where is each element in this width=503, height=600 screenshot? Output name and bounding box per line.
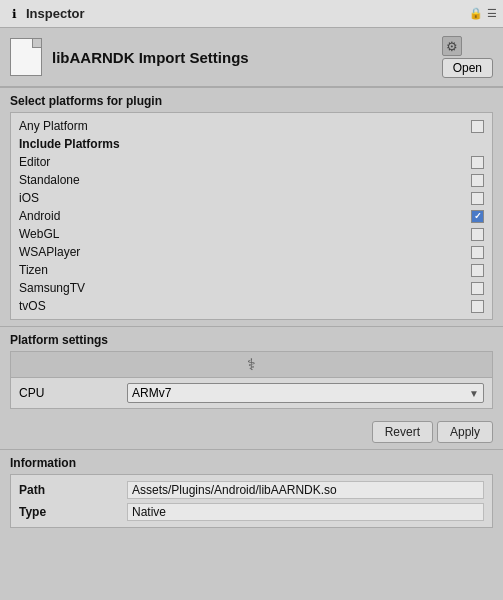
platform-row: Editor: [19, 153, 484, 171]
platform-label: WebGL: [19, 227, 59, 241]
apply-button[interactable]: Apply: [437, 421, 493, 443]
platform-row: tvOS: [19, 297, 484, 315]
cpu-label: CPU: [19, 386, 119, 400]
include-platforms-label: Include Platforms: [19, 137, 120, 151]
information-section: Information PathAssets/Plugins/Android/l…: [0, 450, 503, 534]
platform-label: SamsungTV: [19, 281, 85, 295]
file-icon: [10, 38, 42, 76]
info-key: Path: [19, 483, 119, 497]
platform-checkbox[interactable]: [471, 192, 484, 205]
platform-checkbox[interactable]: [471, 210, 484, 223]
android-icon: ⚕: [247, 355, 256, 374]
information-title: Information: [10, 456, 493, 470]
platform-row: Android: [19, 207, 484, 225]
platform-label: Tizen: [19, 263, 48, 277]
platform-checkbox[interactable]: [471, 156, 484, 169]
include-platforms-header: Include Platforms: [19, 135, 484, 153]
platform-row: WSAPlayer: [19, 243, 484, 261]
cpu-dropdown-arrow: ▼: [469, 388, 479, 399]
import-settings-title: libAARNDK Import Settings: [52, 49, 432, 66]
platform-label: Editor: [19, 155, 50, 169]
title-bar: ℹ Inspector 🔒 ☰: [0, 0, 503, 28]
platform-row: Tizen: [19, 261, 484, 279]
inspector-title: Inspector: [26, 6, 85, 21]
title-bar-controls: 🔒 ☰: [469, 7, 497, 20]
platform-label: tvOS: [19, 299, 46, 313]
platform-checkbox[interactable]: [471, 174, 484, 187]
header-section: libAARNDK Import Settings ⚙ Open: [0, 28, 503, 87]
platforms-panel: Any Platform Include Platforms EditorSta…: [10, 112, 493, 320]
platform-row: Standalone: [19, 171, 484, 189]
header-actions: ⚙ Open: [442, 36, 493, 78]
cpu-value: ARMv7: [132, 386, 171, 400]
info-value: Assets/Plugins/Android/libAARNDK.so: [127, 481, 484, 499]
info-row: PathAssets/Plugins/Android/libAARNDK.so: [19, 479, 484, 501]
platform-rows-container: EditorStandaloneiOSAndroidWebGLWSAPlayer…: [19, 153, 484, 315]
info-icon: ℹ: [6, 6, 22, 22]
platform-checkbox[interactable]: [471, 282, 484, 295]
platform-row: SamsungTV: [19, 279, 484, 297]
open-button[interactable]: Open: [442, 58, 493, 78]
cpu-row: CPU ARMv7 ▼: [11, 378, 492, 408]
platform-label: WSAPlayer: [19, 245, 80, 259]
any-platform-label: Any Platform: [19, 119, 88, 133]
platform-settings-section: Platform settings ⚕ CPU ARMv7 ▼: [0, 327, 503, 415]
menu-icon[interactable]: ☰: [487, 7, 497, 20]
android-tab-bar: ⚕: [11, 352, 492, 378]
platform-label: iOS: [19, 191, 39, 205]
revert-button[interactable]: Revert: [372, 421, 433, 443]
platform-label: Android: [19, 209, 60, 223]
gear-button[interactable]: ⚙: [442, 36, 462, 56]
platform-settings-panel: ⚕ CPU ARMv7 ▼: [10, 351, 493, 409]
info-rows-container: PathAssets/Plugins/Android/libAARNDK.soT…: [19, 479, 484, 523]
platform-checkbox[interactable]: [471, 246, 484, 259]
any-platform-checkbox[interactable]: [471, 120, 484, 133]
info-panel: PathAssets/Plugins/Android/libAARNDK.soT…: [10, 474, 493, 528]
platform-checkbox[interactable]: [471, 228, 484, 241]
platform-row: WebGL: [19, 225, 484, 243]
cpu-select[interactable]: ARMv7 ▼: [127, 383, 484, 403]
lock-icon[interactable]: 🔒: [469, 7, 483, 20]
platform-checkbox[interactable]: [471, 264, 484, 277]
info-key: Type: [19, 505, 119, 519]
action-row: Revert Apply: [0, 415, 503, 449]
any-platform-row: Any Platform: [19, 117, 484, 135]
platform-label: Standalone: [19, 173, 80, 187]
platform-row: iOS: [19, 189, 484, 207]
platform-checkbox[interactable]: [471, 300, 484, 313]
select-platforms-title: Select platforms for plugin: [10, 94, 493, 108]
info-row: TypeNative: [19, 501, 484, 523]
platform-settings-title: Platform settings: [10, 333, 493, 347]
info-value: Native: [127, 503, 484, 521]
select-platforms-section: Select platforms for plugin Any Platform…: [0, 88, 503, 326]
